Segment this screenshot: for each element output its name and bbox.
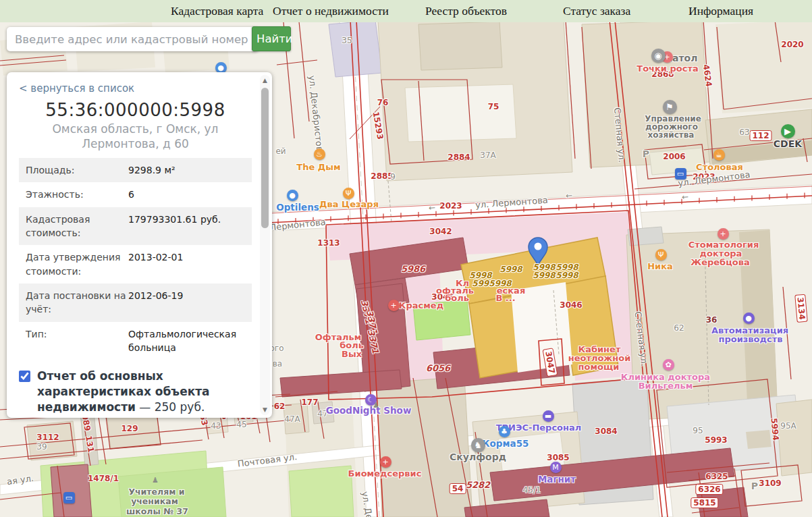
nav-cadastral-map[interactable]: Кадастровая карта (171, 4, 263, 18)
detail-value: 179793301.61 руб. (128, 213, 221, 240)
back-to-list-link[interactable]: < вернуться в список (19, 82, 252, 94)
detail-row-cadastral-value: Кадастровая стоимость: 179793301.61 руб. (19, 207, 252, 246)
object-info-panel: < вернуться в список 55:36:000000:5998 О… (7, 72, 272, 418)
search-button[interactable]: Найти (252, 26, 291, 51)
detail-label: Площадь: (26, 163, 128, 177)
detail-value: 2012-06-19 (128, 289, 183, 317)
panel-scrollbar[interactable]: ▲ ▼ (260, 75, 270, 415)
report-checkbox[interactable] (19, 371, 30, 382)
report-title: Отчет об основных характеристиках объект… (37, 369, 252, 415)
detail-label: Дата постановки на учёт: (26, 289, 128, 317)
detail-row-floors: Этажность: 6 (19, 182, 252, 207)
detail-value: Офтальмологическая больница (128, 327, 245, 355)
nav-property-report[interactable]: Отчет о недвижимости (273, 4, 389, 18)
detail-row-registration-date: Дата постановки на учёт: 2012-06-19 (19, 283, 252, 322)
top-navigation: Кадастровая карта Отчет о недвижимости Р… (0, 0, 812, 22)
detail-row-area: Площадь: 9298.9 м² (19, 158, 252, 182)
scroll-down-icon[interactable]: ▼ (260, 406, 270, 413)
nav-objects-register[interactable]: Реестр объектов (425, 4, 507, 18)
detail-label: Этажность: (26, 188, 128, 201)
detail-label: Дата утверждения стоимости: (26, 250, 128, 278)
nav-information[interactable]: Информация (688, 4, 753, 18)
cadastral-map-app: 7675288528842868202046242006112202320233… (0, 0, 812, 517)
object-details-table: Площадь: 9298.9 м² Этажность: 6 Кадастро… (19, 158, 252, 360)
scroll-up-icon[interactable]: ▲ (260, 77, 270, 84)
nav-order-status[interactable]: Статус заказа (563, 4, 630, 18)
detail-value: 2013-02-01 (128, 250, 183, 278)
detail-label: Тип: (26, 327, 128, 355)
detail-row-type: Тип: Офтальмологическая больница (19, 322, 252, 360)
detail-label: Кадастровая стоимость: (26, 213, 128, 240)
detail-row-value-date: Дата утверждения стоимости: 2013-02-01 (19, 245, 252, 283)
detail-value: 9298.9 м² (128, 163, 175, 177)
detail-value: 6 (128, 188, 134, 201)
cadastral-number: 55:36:000000:5998 (19, 100, 252, 120)
search-input[interactable] (7, 27, 259, 51)
report-price: — 250 руб. (136, 400, 205, 414)
object-address: Омская область, г Омск, ул Лермонтова, д… (19, 121, 252, 151)
report-offer: Отчет об основных характеристиках объект… (19, 369, 252, 418)
scrollbar-thumb[interactable] (261, 88, 269, 228)
